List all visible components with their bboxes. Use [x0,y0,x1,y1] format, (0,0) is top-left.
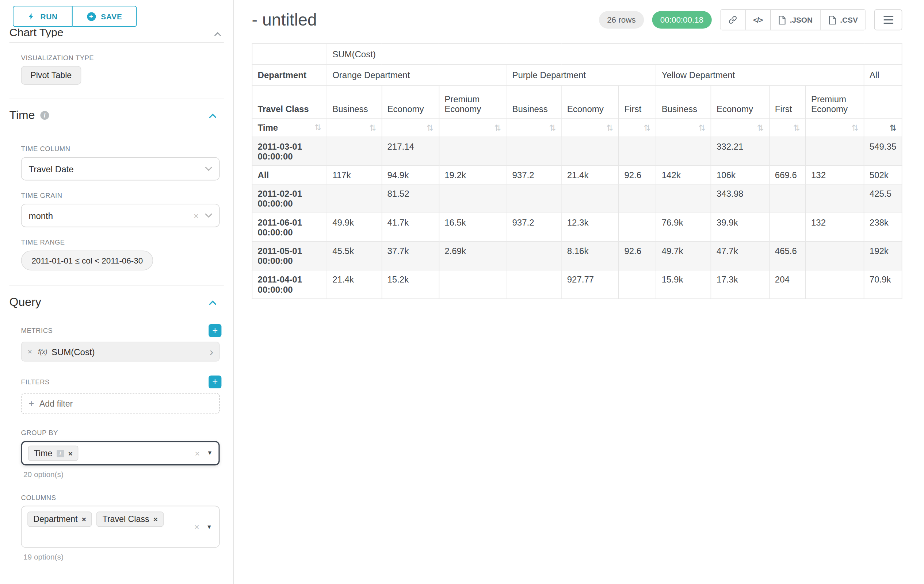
sort-icon[interactable]: ⇅ [852,124,859,132]
pivot-row-header: 2011-03-01 00:00:00 [252,137,327,165]
pivot-cell: 2.69k [439,242,507,270]
pivot-cell: 17.3k [711,270,769,299]
sort-icon[interactable]: ⇅ [549,124,556,132]
divider [10,99,224,99]
pivot-column-header: Economy [382,86,439,118]
pivot-sort-header[interactable]: ⇅ [382,118,439,137]
query-section-header[interactable]: Query [10,296,224,309]
pivot-cell [769,184,806,213]
export-csv-button[interactable]: .CSV [820,10,866,30]
pivot-sort-header[interactable]: ⇅ [769,118,806,137]
pivot-sort-header[interactable]: ⇅ [806,118,864,137]
sort-icon[interactable]: ⇅ [699,124,706,132]
pivot-sort-header[interactable]: ⇅ [864,118,902,137]
pivot-sort-header[interactable]: Time⇅ [252,118,327,137]
pivot-cell [769,213,806,241]
row-count-badge: 26 rows [599,11,644,28]
sort-icon[interactable]: ⇅ [369,124,376,132]
save-button[interactable]: + SAVE [72,6,137,27]
add-filter-button[interactable]: + Add filter [21,393,220,414]
pivot-department-label: Department [252,64,327,86]
time-section-header[interactable]: Time i [10,109,224,122]
pivot-sort-header[interactable]: ⇅ [439,118,507,137]
sort-icon[interactable]: ⇅ [793,124,800,132]
pivot-cell [439,184,507,213]
pivot-column-header: First [769,86,806,118]
filters-label: FILTERS [21,378,50,385]
pivot-cell [562,137,619,165]
pivot-corner-cell [252,43,327,64]
pivot-cell: 927.77 [562,270,619,299]
pivot-cell: 465.6 [769,242,806,270]
groupby-option-count: 20 option(s) [23,470,233,479]
sort-icon[interactable]: ⇅ [427,124,434,132]
sort-icon[interactable]: ⇅ [644,124,651,132]
pivot-cell: 425.5 [864,184,902,213]
embed-code-button[interactable]: </> [745,10,770,30]
remove-metric-icon[interactable]: × [27,347,32,355]
pivot-cell: 669.6 [769,166,806,184]
caret-down-icon[interactable]: ▼ [206,524,212,530]
time-column-select[interactable]: Travel Date [21,157,220,180]
pivot-cell: 549.35 [864,137,902,165]
share-link-button[interactable] [721,10,745,30]
add-filter-plus-button[interactable]: + [208,375,221,388]
pivot-cell: 217.14 [382,137,439,165]
groupby-pill-label: Time [34,449,53,458]
pivot-sort-header[interactable]: ⇅ [711,118,769,137]
add-metric-button[interactable]: + [208,324,221,337]
pivot-cell [507,270,561,299]
groupby-select[interactable]: Timei× × ▼ [21,441,220,466]
chevron-up-icon[interactable] [214,29,222,37]
remove-pill-icon[interactable]: × [82,515,86,523]
pivot-cell [619,270,656,299]
menu-button[interactable] [874,10,903,31]
clear-icon[interactable]: × [194,522,200,531]
pivot-cell: 117k [327,166,382,184]
remove-pill-icon[interactable]: × [153,515,158,523]
caret-down-icon[interactable]: ▼ [207,451,213,456]
pivot-cell: 49.7k [656,242,711,270]
viz-type-pill[interactable]: Pivot Table [21,66,81,85]
pivot-cell: 238k [864,213,902,241]
columns-label: COLUMNS [21,494,222,501]
hamburger-icon [883,16,893,24]
groupby-pill[interactable]: Timei× [28,446,79,461]
columns-pill[interactable]: Travel Class× [97,512,163,527]
pivot-cell [619,184,656,213]
columns-pill[interactable]: Department× [27,512,92,527]
sort-icon[interactable]: ⇅ [494,124,501,132]
pivot-sort-header[interactable]: ⇅ [619,118,656,137]
pivot-cell: 47.7k [711,242,769,270]
save-label: SAVE [101,12,122,21]
columns-pill-label: Travel Class [102,515,149,524]
sort-icon-active[interactable]: ⇅ [890,124,897,132]
columns-select[interactable]: Department×Travel Class× × ▼ [21,506,220,548]
sort-icon[interactable]: ⇅ [757,124,764,132]
clear-icon[interactable]: × [193,211,199,220]
control-panel: RUN + SAVE Chart Type VISUALIZATION TYPE… [0,0,234,584]
sort-icon[interactable]: ⇅ [606,124,613,132]
remove-pill-icon[interactable]: × [68,449,73,457]
caret-right-icon[interactable]: › [210,346,213,357]
time-grain-select[interactable]: month × [21,204,220,227]
pivot-sort-header[interactable]: ⇅ [656,118,711,137]
metric-item[interactable]: × f(x) SUM(Cost) › [21,342,220,361]
collapse-chevron-icon[interactable] [208,112,216,118]
export-json-button[interactable]: .JSON [770,10,820,30]
clear-icon[interactable]: × [195,449,200,458]
pivot-cell [619,213,656,241]
pivot-sort-header[interactable]: ⇅ [327,118,382,137]
json-label: .JSON [790,15,813,24]
pivot-cell: 39.9k [711,213,769,241]
sort-icon[interactable]: ⇅ [314,123,322,132]
collapse-chevron-icon[interactable] [208,299,216,305]
pivot-cell [507,184,561,213]
columns-option-count: 19 option(s) [23,553,233,561]
time-range-pill[interactable]: 2011-01-01 ≤ col < 2011-06-30 [21,250,153,270]
run-button[interactable]: RUN [13,6,72,27]
pivot-column-header: Business [507,86,561,118]
pivot-sort-header[interactable]: ⇅ [507,118,561,137]
pivot-sort-header[interactable]: ⇅ [562,118,619,137]
pivot-row-header: 2011-06-01 00:00:00 [252,213,327,241]
